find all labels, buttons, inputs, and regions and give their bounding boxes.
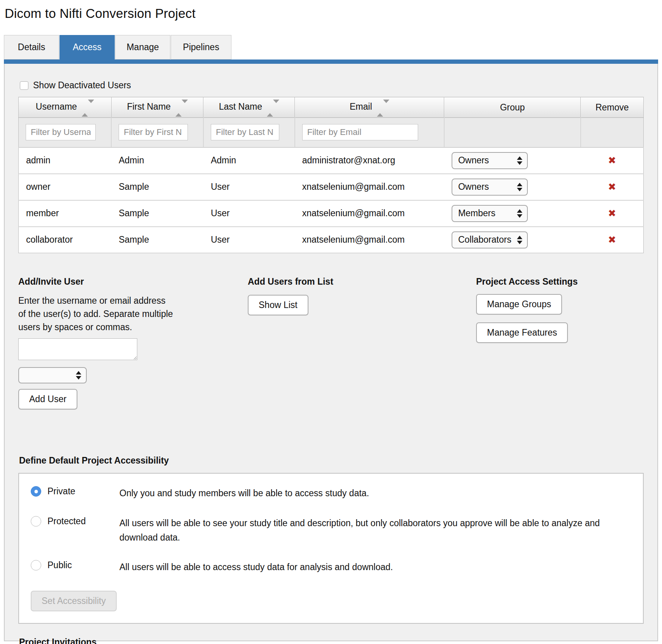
manage-features-button[interactable]: Manage Features bbox=[476, 322, 568, 343]
add-invite-user-heading: Add/Invite User bbox=[18, 276, 248, 287]
show-deactivated-row: Show Deactivated Users bbox=[20, 80, 644, 91]
public-label[interactable]: Public bbox=[47, 558, 119, 570]
column-header-first-name[interactable]: First Name bbox=[111, 97, 203, 118]
table-header-row: Username First Name Last Name Email Grou… bbox=[19, 97, 644, 118]
tab-details[interactable]: Details bbox=[4, 35, 59, 60]
tab-manage[interactable]: Manage bbox=[115, 35, 170, 60]
sort-icon bbox=[267, 103, 279, 114]
private-label[interactable]: Private bbox=[47, 485, 119, 497]
column-header-label: Username bbox=[36, 102, 77, 112]
add-user-button[interactable]: Add User bbox=[18, 389, 77, 410]
set-accessibility-button[interactable]: Set Accessibility bbox=[31, 591, 117, 611]
remove-user-icon[interactable]: ✖ bbox=[608, 155, 616, 166]
remove-user-icon[interactable]: ✖ bbox=[608, 181, 616, 192]
first-name-cell: Sample bbox=[111, 200, 203, 227]
select-arrows-icon bbox=[517, 156, 522, 165]
invite-group-select[interactable] bbox=[18, 367, 87, 383]
project-access-settings-section: Project Access Settings Manage Groups Ma… bbox=[476, 276, 644, 410]
group-select-value: Owners bbox=[458, 155, 489, 166]
column-header-label: Email bbox=[350, 102, 372, 112]
email-cell: xnatselenium@gmail.com bbox=[295, 200, 444, 227]
accessibility-heading: Define Default Project Accessibility bbox=[19, 455, 644, 466]
column-header-label: Group bbox=[500, 102, 525, 112]
column-header-last-name[interactable]: Last Name bbox=[203, 97, 295, 118]
project-invitations-section: Project Invitations No outstanding invit… bbox=[19, 637, 644, 644]
private-description: Only you and study members will be able … bbox=[119, 485, 631, 500]
protected-label[interactable]: Protected bbox=[47, 514, 119, 527]
accessibility-option-public: Public All users will be able to access … bbox=[30, 558, 631, 574]
last-name-cell: User bbox=[203, 174, 295, 200]
add-invite-user-section: Add/Invite User Enter the username or em… bbox=[18, 276, 248, 410]
sort-icon bbox=[377, 103, 389, 114]
protected-description: All users will be able to see your study… bbox=[119, 514, 631, 545]
user-management-sections: Add/Invite User Enter the username or em… bbox=[18, 276, 644, 410]
select-arrows-icon bbox=[517, 209, 522, 218]
last-name-cell: User bbox=[203, 227, 295, 253]
group-select[interactable]: Owners bbox=[452, 152, 528, 169]
group-select[interactable]: Collaborators bbox=[452, 231, 528, 248]
public-description: All users will be able to access study d… bbox=[119, 558, 631, 574]
filter-first-name-input[interactable] bbox=[119, 124, 188, 140]
column-header-email[interactable]: Email bbox=[295, 97, 444, 118]
last-name-cell: Admin bbox=[203, 147, 295, 174]
column-header-label: Remove bbox=[595, 102, 629, 112]
accessibility-option-protected: Protected All users will be able to see … bbox=[30, 514, 631, 545]
remove-user-icon[interactable]: ✖ bbox=[608, 234, 616, 245]
tab-access[interactable]: Access bbox=[60, 35, 115, 60]
column-header-group: Group bbox=[444, 97, 581, 118]
column-header-username[interactable]: Username bbox=[19, 97, 112, 118]
filter-username-input[interactable] bbox=[26, 124, 96, 140]
active-tab-underline bbox=[4, 60, 658, 64]
email-cell: xnatselenium@gmail.com bbox=[295, 174, 444, 200]
table-row: member Sample User xnatselenium@gmail.co… bbox=[19, 200, 644, 227]
filter-row bbox=[19, 118, 644, 147]
group-select-value: Collaborators bbox=[458, 234, 511, 245]
username-cell: collaborator bbox=[19, 227, 112, 253]
tab-pipelines[interactable]: Pipelines bbox=[171, 35, 231, 60]
group-select[interactable]: Owners bbox=[452, 178, 528, 196]
select-arrows-icon bbox=[76, 371, 81, 380]
table-row: admin Admin Admin administrator@xnat.org… bbox=[19, 147, 644, 174]
page-title: Dicom to Nifti Conversion Project bbox=[0, 0, 662, 21]
show-deactivated-checkbox[interactable] bbox=[20, 81, 28, 90]
table-row: collaborator Sample User xnatselenium@gm… bbox=[19, 227, 644, 253]
first-name-cell: Sample bbox=[111, 227, 203, 253]
users-table: Username First Name Last Name Email Grou… bbox=[18, 97, 644, 253]
select-arrows-icon bbox=[517, 183, 522, 191]
project-access-settings-heading: Project Access Settings bbox=[476, 276, 644, 287]
remove-user-icon[interactable]: ✖ bbox=[608, 208, 616, 219]
add-invite-user-description: Enter the username or email address of t… bbox=[18, 294, 174, 334]
sort-icon bbox=[175, 103, 188, 114]
private-radio[interactable] bbox=[31, 486, 41, 497]
email-cell: administrator@xnat.org bbox=[295, 147, 444, 174]
project-invitations-heading: Project Invitations bbox=[19, 637, 644, 644]
public-radio[interactable] bbox=[31, 560, 41, 570]
accessibility-option-private: Private Only you and study members will … bbox=[30, 485, 631, 500]
add-users-from-list-heading: Add Users from List bbox=[248, 276, 476, 287]
table-row: owner Sample User xnatselenium@gmail.com… bbox=[19, 174, 644, 200]
column-header-label: Last Name bbox=[219, 102, 262, 112]
protected-radio[interactable] bbox=[31, 516, 41, 527]
username-cell: member bbox=[19, 200, 112, 227]
add-user-input[interactable] bbox=[18, 338, 137, 360]
filter-email-input[interactable] bbox=[302, 124, 419, 140]
manage-groups-button[interactable]: Manage Groups bbox=[476, 294, 562, 315]
group-select[interactable]: Members bbox=[452, 205, 528, 222]
group-select-value: Members bbox=[458, 208, 496, 219]
accessibility-box: Private Only you and study members will … bbox=[18, 473, 644, 624]
add-users-from-list-section: Add Users from List Show List bbox=[248, 276, 476, 410]
filter-last-name-input[interactable] bbox=[211, 124, 279, 140]
first-name-cell: Admin bbox=[111, 147, 203, 174]
show-list-button[interactable]: Show List bbox=[248, 295, 308, 315]
select-arrows-icon bbox=[517, 236, 522, 244]
column-header-label: First Name bbox=[127, 102, 170, 112]
username-cell: admin bbox=[19, 147, 112, 174]
username-cell: owner bbox=[19, 174, 112, 200]
last-name-cell: User bbox=[203, 200, 295, 227]
access-panel: Show Deactivated Users Username First Na… bbox=[4, 64, 658, 641]
sort-icon bbox=[82, 103, 94, 114]
group-select-value: Owners bbox=[458, 182, 489, 192]
first-name-cell: Sample bbox=[111, 174, 203, 200]
tab-bar: Details Access Manage Pipelines bbox=[4, 35, 658, 60]
show-deactivated-label: Show Deactivated Users bbox=[33, 80, 131, 91]
